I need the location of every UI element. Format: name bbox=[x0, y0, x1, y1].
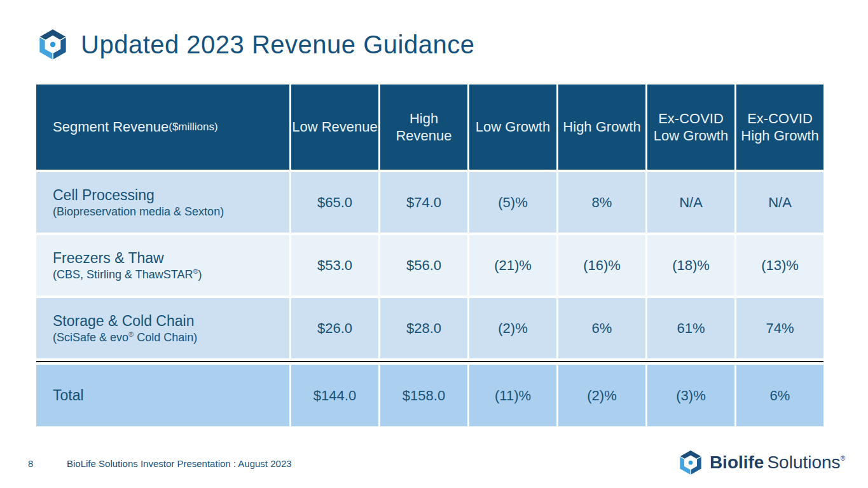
segment-name: Cell Processing bbox=[53, 186, 155, 205]
value-cell: $53.0 bbox=[291, 235, 378, 295]
value-cell: (3)% bbox=[647, 365, 734, 426]
segment-detail: (CBS, Stirling & ThawSTAR®) bbox=[53, 268, 202, 282]
biolife-footer-logo: Biolife Solutions ® bbox=[677, 449, 845, 476]
value-cell: $144.0 bbox=[291, 365, 378, 426]
column-header: High Revenue bbox=[380, 85, 467, 170]
value-cell: (11)% bbox=[469, 365, 556, 426]
value-cell: $56.0 bbox=[380, 235, 467, 295]
value-cell: $26.0 bbox=[291, 298, 378, 358]
column-header: Ex-COVID Low Growth bbox=[647, 85, 734, 170]
slide-header: Updated 2023 Revenue Guidance bbox=[36, 28, 474, 61]
segment-detail: (SciSafe & evo® Cold Chain) bbox=[53, 330, 197, 345]
segment-name: Freezers & Thaw bbox=[53, 249, 164, 268]
slide-title: Updated 2023 Revenue Guidance bbox=[81, 30, 474, 59]
segment-label-cell: Freezers & Thaw(CBS, Stirling & ThawSTAR… bbox=[36, 235, 289, 295]
value-cell: 6% bbox=[558, 298, 645, 358]
value-cell: (2)% bbox=[558, 365, 645, 426]
value-cell: (2)% bbox=[469, 298, 556, 358]
segment-name: Total bbox=[53, 386, 84, 405]
registered-trademark-symbol: ® bbox=[841, 455, 845, 462]
page-number: 8 bbox=[28, 458, 33, 469]
column-header-label: Segment Revenue bbox=[53, 118, 169, 136]
biolife-hexagon-logo-icon bbox=[677, 449, 704, 476]
segment-label-cell: Cell Processing(Biopreservation media & … bbox=[36, 172, 289, 233]
value-cell: 61% bbox=[647, 298, 734, 358]
column-header: Low Revenue bbox=[291, 85, 378, 170]
segment-label-cell: Storage & Cold Chain(SciSafe & evo® Cold… bbox=[36, 298, 289, 358]
footer-text: BioLife Solutions Investor Presentation … bbox=[67, 458, 292, 469]
column-header: High Growth bbox=[558, 85, 645, 170]
value-cell: $158.0 bbox=[380, 365, 467, 426]
biolife-wordmark: Biolife Solutions ® bbox=[710, 452, 845, 473]
value-cell: N/A bbox=[736, 172, 823, 233]
value-cell: 6% bbox=[736, 365, 823, 426]
biolife-hexagon-logo-icon bbox=[36, 28, 69, 61]
total-separator-line bbox=[36, 361, 823, 362]
value-cell: $65.0 bbox=[291, 172, 378, 233]
presentation-slide: Updated 2023 Revenue Guidance Segment Re… bbox=[0, 0, 868, 488]
value-cell: (21)% bbox=[469, 235, 556, 295]
value-cell: 74% bbox=[736, 298, 823, 358]
column-header: Segment Revenue ($millions) bbox=[36, 85, 289, 170]
revenue-table: Segment Revenue ($millions)Low RevenueHi… bbox=[36, 85, 823, 426]
brand-name-regular: Solutions bbox=[767, 452, 840, 473]
value-cell: N/A bbox=[647, 172, 734, 233]
segment-detail: (Biopreservation media & Sexton) bbox=[53, 205, 224, 219]
segment-label-cell: Total bbox=[36, 365, 289, 426]
value-cell: $28.0 bbox=[380, 298, 467, 358]
value-cell: 8% bbox=[558, 172, 645, 233]
segment-name: Storage & Cold Chain bbox=[53, 312, 194, 330]
value-cell: (16)% bbox=[558, 235, 645, 295]
column-header: Ex-COVID High Growth bbox=[736, 85, 823, 170]
column-header: Low Growth bbox=[469, 85, 556, 170]
column-header-sublabel: ($millions) bbox=[169, 120, 217, 133]
brand-name-bold: Biolife bbox=[710, 452, 764, 473]
value-cell: (5)% bbox=[469, 172, 556, 233]
value-cell: (18)% bbox=[647, 235, 734, 295]
value-cell: $74.0 bbox=[380, 172, 467, 233]
value-cell: (13)% bbox=[736, 235, 823, 295]
